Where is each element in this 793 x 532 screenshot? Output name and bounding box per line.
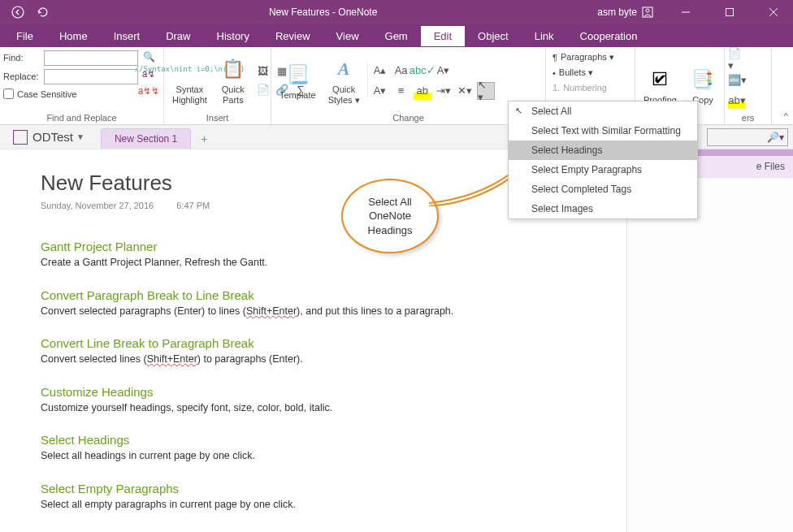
content-body[interactable]: Create a Gantt Project Planner, Refresh … bbox=[41, 256, 626, 270]
user-avatar-icon bbox=[642, 6, 653, 18]
indent-icon[interactable]: ⇥▾ bbox=[435, 82, 453, 100]
select-menu-item[interactable]: Select Text with Similar Formatting bbox=[509, 121, 697, 141]
menu-item-insert[interactable]: Insert bbox=[101, 26, 154, 46]
text-color-icon[interactable]: A▾ bbox=[435, 62, 453, 80]
font-decrease-icon[interactable]: A▾ bbox=[371, 82, 389, 100]
menubar: FileHomeInsertDrawHistoryReviewViewGemEd… bbox=[0, 24, 793, 47]
proofing-icon: 🗹 bbox=[646, 66, 674, 93]
ribbon-group-find-label: Find and Replace bbox=[3, 112, 160, 124]
menu-item-review[interactable]: Review bbox=[262, 26, 323, 46]
content-body[interactable]: Select all empty paragraphs in current p… bbox=[41, 498, 626, 513]
find-next-button[interactable]: 🔍 bbox=[141, 49, 157, 65]
notebook-chevron-icon[interactable]: ▼ bbox=[76, 132, 84, 141]
menu-item-object[interactable]: Object bbox=[465, 26, 522, 46]
highlight-icon[interactable]: ab bbox=[414, 82, 431, 100]
callout-text: Select All OneNote Headings bbox=[368, 195, 413, 238]
quick-parts-icon: 📋 bbox=[219, 55, 247, 83]
callout-tail-icon bbox=[429, 174, 510, 206]
case-sensitive-checkbox[interactable] bbox=[3, 89, 14, 99]
extra-btn-3[interactable]: ab▾ bbox=[728, 91, 746, 109]
replace-label: Replace: bbox=[3, 71, 41, 81]
copy-icon: 📑 bbox=[689, 66, 717, 93]
case-sensitive-label: Case Sensitive bbox=[17, 89, 76, 99]
content-heading[interactable]: Select Empty Paragraphs bbox=[41, 482, 626, 495]
search-input[interactable]: 🔎▾ bbox=[707, 128, 788, 146]
select-menu-item[interactable]: Select Images bbox=[509, 199, 697, 218]
svg-point-0 bbox=[12, 6, 24, 18]
case-icon[interactable]: Aa bbox=[392, 62, 410, 80]
user-account[interactable]: asm byte bbox=[597, 6, 653, 18]
menu-item-history[interactable]: History bbox=[204, 26, 262, 46]
quick-styles-icon: A bbox=[330, 55, 358, 83]
notebook-icon[interactable] bbox=[13, 130, 28, 145]
select-menu-item[interactable]: Select Headings bbox=[509, 141, 697, 160]
template-button[interactable]: 📃 Template bbox=[275, 59, 321, 102]
add-section-button[interactable]: + bbox=[191, 129, 217, 149]
find-input[interactable] bbox=[44, 50, 138, 66]
content-body[interactable]: Convert selected paragraphs (Enter) to l… bbox=[41, 305, 626, 319]
collapse-ribbon-icon[interactable]: ^ bbox=[784, 111, 788, 121]
replace-all-button[interactable]: a↯↯ bbox=[141, 83, 157, 99]
replace-input[interactable] bbox=[44, 69, 138, 84]
menu-item-draw[interactable]: Draw bbox=[153, 26, 203, 46]
undo-icon[interactable] bbox=[36, 6, 49, 19]
syntax-highlight-button[interactable]: //Syntax\nint i=0;\n{...} Syntax Highlig… bbox=[167, 54, 212, 106]
user-name: asm byte bbox=[597, 6, 637, 18]
content-body[interactable]: Convert selected lines (Shift+Enter) to … bbox=[41, 353, 626, 367]
titlebar: New Features - OneNote asm byte bbox=[0, 0, 793, 24]
insert-file-icon[interactable]: 📄 bbox=[254, 81, 272, 99]
content-heading[interactable]: Gantt Project Planner bbox=[41, 240, 626, 253]
content-body[interactable]: Select all headings in current page by o… bbox=[41, 449, 626, 464]
content-body[interactable]: Customize yourself headings, specify fon… bbox=[41, 401, 626, 416]
select-dropdown-button[interactable]: ↖ ▾ bbox=[477, 82, 495, 100]
syntax-highlight-icon: //Syntax\nint i=0;\n{...} bbox=[176, 55, 203, 83]
menu-item-edit[interactable]: Edit bbox=[421, 26, 465, 46]
back-icon[interactable] bbox=[11, 6, 24, 19]
menu-item-home[interactable]: Home bbox=[46, 26, 101, 46]
callout-annotation: Select All OneNote Headings bbox=[341, 179, 439, 253]
align-icon[interactable]: ≡ bbox=[392, 82, 410, 100]
maximize-button[interactable] bbox=[712, 0, 748, 24]
window-title: New Features - OneNote bbox=[49, 6, 597, 18]
extra-btn-1[interactable]: 📄▾ bbox=[728, 50, 746, 68]
content-heading[interactable]: Convert Paragraph Break to Line Break bbox=[41, 288, 626, 302]
select-menu-item[interactable]: Select Completed Tags bbox=[509, 179, 697, 199]
notebook-name[interactable]: ODTest bbox=[32, 130, 73, 144]
minimize-button[interactable] bbox=[668, 0, 704, 24]
menu-item-view[interactable]: View bbox=[323, 26, 372, 46]
page-time: 6:47 PM bbox=[176, 201, 210, 210]
bullets-dropdown[interactable]: • Bullets ▾ bbox=[549, 66, 618, 80]
svg-rect-4 bbox=[726, 9, 734, 16]
quick-parts-button[interactable]: 📋 Quick Parts bbox=[214, 54, 252, 106]
menu-item-link[interactable]: Link bbox=[522, 26, 567, 46]
select-menu-item[interactable]: Select All bbox=[509, 102, 697, 121]
select-menu-item[interactable]: Select Empty Paragraphs bbox=[509, 160, 697, 179]
content-heading[interactable]: Customize Headings bbox=[41, 385, 626, 399]
clear-format-icon[interactable]: ✕▾ bbox=[456, 82, 474, 100]
close-button[interactable] bbox=[756, 0, 791, 24]
select-dropdown-menu: Select AllSelect Text with Similar Forma… bbox=[508, 101, 698, 219]
quick-styles-button[interactable]: A Quick Styles ▾ bbox=[323, 54, 365, 106]
content-heading[interactable]: Select Headings bbox=[41, 433, 626, 447]
spellcheck-icon[interactable]: abc✓ bbox=[414, 62, 431, 80]
menu-item-file[interactable]: File bbox=[3, 26, 46, 46]
content-heading[interactable]: Convert Line Break to Paragraph Break bbox=[41, 336, 626, 350]
insert-picture-icon[interactable]: 🖼 bbox=[254, 63, 272, 80]
section-tab[interactable]: New Section 1 bbox=[101, 128, 191, 149]
menu-item-gem[interactable]: Gem bbox=[372, 26, 421, 46]
extra-btn-2[interactable]: 🔤▾ bbox=[728, 71, 746, 89]
template-icon: 📃 bbox=[284, 61, 311, 89]
menu-item-cooperation[interactable]: Cooperation bbox=[567, 26, 651, 46]
numbering-dropdown[interactable]: 1. Numbering bbox=[549, 81, 618, 94]
paragraphs-dropdown[interactable]: ¶ Paragraphs ▾ bbox=[549, 50, 618, 64]
svg-point-2 bbox=[646, 9, 649, 12]
find-label: Find: bbox=[3, 53, 41, 63]
ribbon-group-insert-label: Insert bbox=[167, 112, 267, 124]
page-date: Sunday, November 27, 2016 bbox=[41, 201, 154, 210]
ribbon-group-change-label: Change bbox=[275, 112, 542, 124]
font-increase-icon[interactable]: A▴ bbox=[371, 62, 389, 80]
